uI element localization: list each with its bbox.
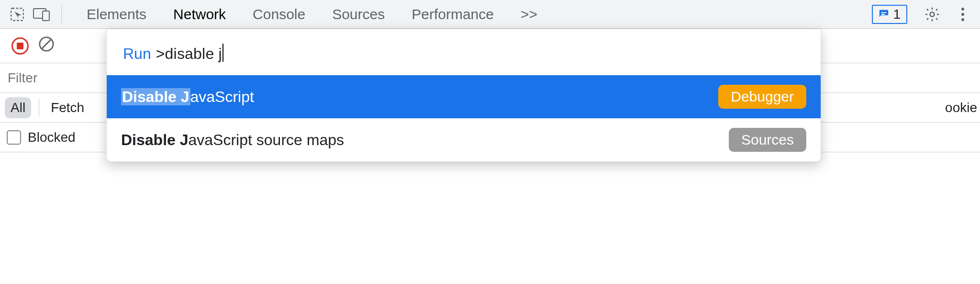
palette-item[interactable]: Disable JavaScript source maps Sources <box>107 118 821 161</box>
text-caret <box>223 44 223 62</box>
tab-performance[interactable]: Performance <box>412 1 494 27</box>
palette-query-input[interactable]: >disable j <box>156 45 222 63</box>
device-toolbar-icon[interactable] <box>30 2 55 27</box>
tab-console[interactable]: Console <box>253 1 305 27</box>
svg-rect-3 <box>881 12 887 13</box>
type-chip-all[interactable]: All <box>5 97 31 118</box>
separator <box>39 99 39 116</box>
svg-point-8 <box>961 18 964 21</box>
palette-item[interactable]: Disable JavaScript Debugger <box>107 75 821 118</box>
palette-item-badge: Sources <box>729 128 806 152</box>
clear-icon[interactable] <box>38 36 55 56</box>
issues-button[interactable]: 1 <box>872 5 907 24</box>
record-button[interactable] <box>11 37 29 55</box>
tabs-overflow[interactable]: >> <box>521 1 537 27</box>
svg-point-5 <box>930 12 934 16</box>
svg-line-10 <box>42 39 51 49</box>
type-chip-fetch[interactable]: Fetch <box>47 97 88 118</box>
tab-sources[interactable]: Sources <box>332 1 385 27</box>
svg-rect-4 <box>881 14 885 15</box>
settings-icon[interactable] <box>919 1 946 28</box>
blocked-requests-label: Blocked <box>28 130 76 145</box>
palette-item-badge: Debugger <box>718 85 806 109</box>
tab-elements[interactable]: Elements <box>87 1 146 27</box>
palette-run-label: Run <box>123 45 151 63</box>
third-party-cookies-truncated[interactable]: ookie <box>945 100 980 115</box>
issues-count: 1 <box>893 7 901 22</box>
filter-input[interactable] <box>7 70 102 86</box>
command-palette: Run >disable j Disable JavaScript Debugg… <box>106 29 821 162</box>
more-icon[interactable] <box>949 1 976 28</box>
svg-point-7 <box>961 13 964 16</box>
svg-rect-2 <box>43 11 49 21</box>
separator <box>61 6 62 23</box>
tab-network[interactable]: Network <box>173 1 226 27</box>
palette-item-title: Disable JavaScript source maps <box>121 131 344 149</box>
svg-point-6 <box>961 8 964 11</box>
inspect-element-icon[interactable] <box>5 2 30 27</box>
blocked-requests-checkbox[interactable] <box>7 130 21 145</box>
palette-item-title: Disable JavaScript <box>121 88 254 106</box>
